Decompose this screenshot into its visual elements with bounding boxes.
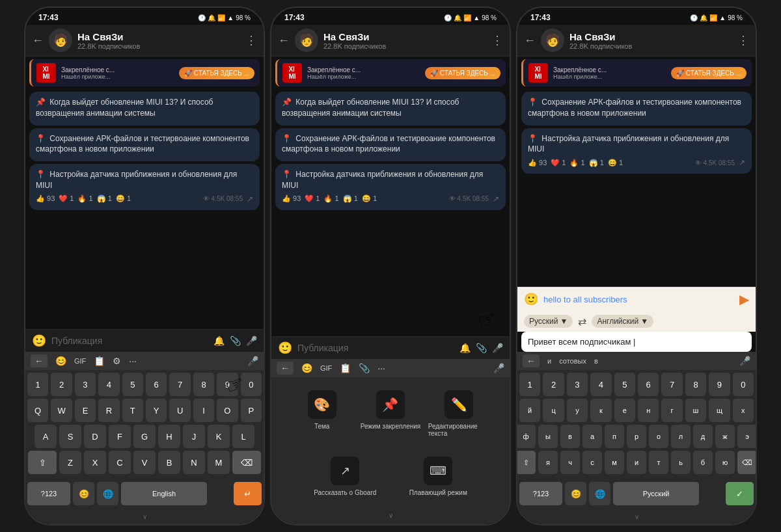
- key-к[interactable]: к: [590, 399, 611, 422]
- input-field-1[interactable]: Публикация: [51, 336, 208, 346]
- key-6[interactable]: 6: [146, 373, 167, 396]
- bell-icon-1[interactable]: 🔔: [213, 336, 225, 346]
- mic-icon-2[interactable]: 🎤: [492, 343, 503, 353]
- key-7[interactable]: 7: [169, 373, 190, 396]
- kb-emoji-2[interactable]: 😊: [301, 363, 312, 373]
- kb-word-3[interactable]: в: [594, 357, 598, 365]
- kb-back-2[interactable]: ←: [277, 362, 294, 375]
- key-п[interactable]: п: [605, 425, 624, 448]
- key-я[interactable]: я: [538, 451, 558, 474]
- share-button-3[interactable]: ↗: [739, 157, 745, 168]
- key-z[interactable]: Z: [59, 451, 81, 474]
- key-l[interactable]: L: [232, 425, 254, 448]
- key-delete-3[interactable]: ⌫: [737, 451, 757, 474]
- key-s[interactable]: S: [59, 425, 81, 448]
- key-space[interactable]: English: [121, 482, 207, 505]
- key-у[interactable]: у: [567, 399, 588, 422]
- key-delete[interactable]: ⌫: [232, 451, 261, 474]
- key-й[interactable]: й: [519, 399, 540, 422]
- key-v[interactable]: V: [133, 451, 156, 474]
- key-g[interactable]: G: [133, 425, 156, 448]
- kb-back-1[interactable]: ←: [31, 354, 48, 367]
- key-enter[interactable]: ↵: [234, 482, 262, 505]
- key-3-6[interactable]: 6: [638, 373, 659, 396]
- key-enter-3[interactable]: ✓: [726, 482, 754, 505]
- kb-menu-theme[interactable]: 🎨 Тема: [291, 390, 353, 437]
- key-е[interactable]: е: [614, 399, 635, 422]
- kb-mic-2[interactable]: 🎤: [493, 363, 504, 373]
- key-3-3[interactable]: 3: [567, 373, 588, 396]
- key-3-1[interactable]: 1: [519, 373, 540, 396]
- mic-icon-1[interactable]: 🎤: [246, 336, 257, 346]
- key-p[interactable]: P: [241, 399, 262, 422]
- key-3-7[interactable]: 7: [661, 373, 682, 396]
- key-с[interactable]: с: [582, 451, 602, 474]
- kb-emoji-1[interactable]: 😊: [55, 356, 66, 366]
- emoji-button-2[interactable]: 🙂: [278, 341, 292, 355]
- key-k[interactable]: K: [208, 425, 230, 448]
- pinned-button-2[interactable]: 🚀 СТАТЬЯ ЗДЕСЬ ...: [425, 67, 500, 79]
- back-button-3[interactable]: ←: [524, 34, 536, 47]
- key-3-9[interactable]: 9: [709, 373, 730, 396]
- kb-mic-1[interactable]: 🎤: [247, 356, 258, 366]
- share-button-2[interactable]: ↗: [493, 194, 499, 205]
- key-globe[interactable]: 🌐: [97, 482, 118, 505]
- input-field-2[interactable]: Публикация: [297, 343, 454, 353]
- key-д[interactable]: д: [693, 425, 713, 448]
- key-m[interactable]: M: [208, 451, 230, 474]
- key-e[interactable]: E: [75, 399, 96, 422]
- kb-word-2[interactable]: сотовых: [559, 357, 586, 365]
- key-emoji-3[interactable]: 😊: [565, 482, 586, 505]
- key-x[interactable]: X: [84, 451, 106, 474]
- key-ч[interactable]: ч: [560, 451, 580, 474]
- key-щ[interactable]: щ: [709, 399, 730, 422]
- key-ю[interactable]: ю: [715, 451, 735, 474]
- lang-from-selector[interactable]: Русский ▼: [524, 315, 573, 328]
- key-2[interactable]: 2: [51, 373, 72, 396]
- translate-swap-button[interactable]: ⇄: [578, 315, 586, 328]
- key-space-3[interactable]: Русский: [613, 482, 699, 505]
- key-b[interactable]: B: [158, 451, 180, 474]
- key-j[interactable]: J: [183, 425, 205, 448]
- key-ы[interactable]: ы: [538, 425, 558, 448]
- key-a[interactable]: A: [34, 425, 57, 448]
- key-t[interactable]: T: [122, 399, 143, 422]
- kb-gif-2[interactable]: GIF: [320, 364, 332, 372]
- key-5[interactable]: 5: [122, 373, 143, 396]
- emoji-button-1[interactable]: 🙂: [32, 334, 46, 348]
- key-h[interactable]: H: [158, 425, 180, 448]
- attach-icon-1[interactable]: 📎: [230, 336, 241, 346]
- pinned-button-1[interactable]: 🚀 СТАТЬЯ ЗДЕСЬ ...: [179, 67, 254, 79]
- key-9[interactable]: 9: [217, 373, 238, 396]
- key-о[interactable]: о: [649, 425, 668, 448]
- emoji-button-3[interactable]: 🙂: [524, 292, 538, 306]
- back-button-1[interactable]: ←: [32, 34, 44, 47]
- key-б[interactable]: б: [693, 451, 713, 474]
- key-emoji-bottom[interactable]: 😊: [73, 482, 94, 505]
- key-ф[interactable]: ф: [516, 425, 536, 448]
- key-ж[interactable]: ж: [715, 425, 735, 448]
- key-3-4[interactable]: 4: [590, 373, 611, 396]
- key-1[interactable]: 1: [27, 373, 48, 396]
- key-м[interactable]: м: [605, 451, 624, 474]
- key-globe-3[interactable]: 🌐: [589, 482, 610, 505]
- kb-clipboard-2[interactable]: 📋: [340, 363, 351, 373]
- key-ь[interactable]: ь: [671, 451, 691, 474]
- kb-menu-edit[interactable]: ✏️ Редактирование текста: [428, 390, 490, 437]
- key-т[interactable]: т: [649, 451, 668, 474]
- key-н[interactable]: н: [638, 399, 659, 422]
- kb-settings-1[interactable]: ⚙: [113, 356, 121, 366]
- attach-icon-2[interactable]: 📎: [476, 343, 487, 353]
- pinned-message-1[interactable]: XIМI Закреплённое с... Нашёл приложе... …: [29, 59, 260, 86]
- kb-clipboard-1[interactable]: 📋: [94, 356, 105, 366]
- key-а[interactable]: а: [582, 425, 602, 448]
- key-w[interactable]: W: [51, 399, 72, 422]
- input-field-3[interactable]: hello to all subscribers: [543, 295, 734, 304]
- pinned-message-3[interactable]: XIМI Закреплённое с... Нашёл приложе... …: [521, 59, 752, 86]
- key-х[interactable]: х: [733, 399, 754, 422]
- pinned-message-2[interactable]: XIМI Закреплённое с... Нашёл приложе... …: [275, 59, 506, 86]
- send-button-3[interactable]: ▶: [739, 291, 749, 307]
- pinned-button-3[interactable]: 🚀 СТАТЬЯ ЗДЕСЬ ...: [671, 67, 747, 79]
- key-o[interactable]: O: [217, 399, 238, 422]
- key-4[interactable]: 4: [98, 373, 119, 396]
